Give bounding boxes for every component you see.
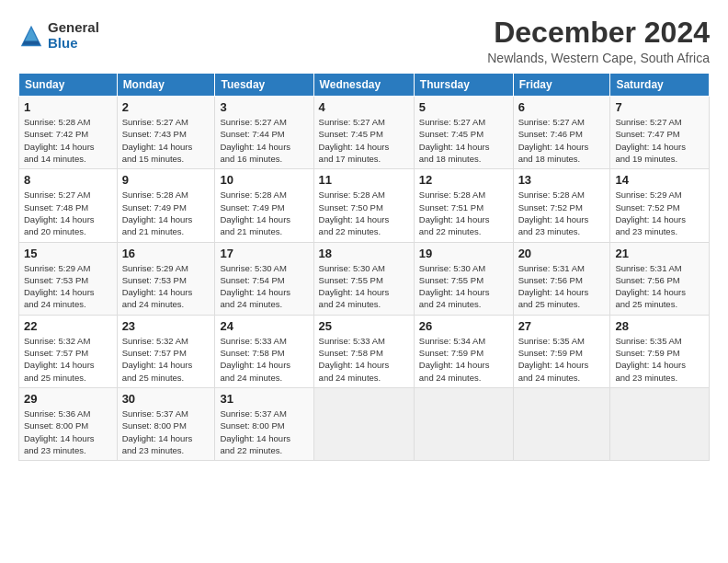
day-number: 6 xyxy=(518,100,606,114)
day-info: Sunrise: 5:28 AMSunset: 7:51 PMDaylight:… xyxy=(419,189,508,237)
day-number: 9 xyxy=(122,173,210,187)
calendar-header-row: Sunday Monday Tuesday Wednesday Thursday… xyxy=(19,74,710,97)
day-number: 20 xyxy=(518,247,606,260)
day-info: Sunrise: 5:27 AMSunset: 7:45 PMDaylight:… xyxy=(319,116,409,165)
title-block: December 2024 Newlands, Western Cape, So… xyxy=(487,17,710,65)
day-number: 3 xyxy=(220,100,308,114)
day-info: Sunrise: 5:27 AMSunset: 7:48 PMDaylight:… xyxy=(24,189,112,237)
calendar-cell: 24Sunrise: 5:33 AMSunset: 7:58 PMDayligh… xyxy=(215,315,313,387)
calendar-cell: 2Sunrise: 5:27 AMSunset: 7:43 PMDaylight… xyxy=(117,97,215,169)
calendar-cell: 6Sunrise: 5:27 AMSunset: 7:46 PMDaylight… xyxy=(513,97,610,169)
day-info: Sunrise: 5:35 AMSunset: 7:59 PMDaylight:… xyxy=(615,335,704,384)
day-info: Sunrise: 5:30 AMSunset: 7:55 PMDaylight:… xyxy=(419,262,508,311)
week-row-4: 22Sunrise: 5:32 AMSunset: 7:57 PMDayligh… xyxy=(19,315,710,387)
week-row-3: 15Sunrise: 5:29 AMSunset: 7:53 PMDayligh… xyxy=(19,242,710,315)
calendar-cell: 9Sunrise: 5:28 AMSunset: 7:49 PMDaylight… xyxy=(117,169,215,242)
calendar-cell: 18Sunrise: 5:30 AMSunset: 7:55 PMDayligh… xyxy=(313,242,414,315)
calendar-cell: 15Sunrise: 5:29 AMSunset: 7:53 PMDayligh… xyxy=(19,242,118,315)
day-number: 23 xyxy=(122,319,210,333)
day-info: Sunrise: 5:27 AMSunset: 7:43 PMDaylight:… xyxy=(122,116,210,165)
col-friday: Friday xyxy=(513,74,610,97)
calendar-cell: 10Sunrise: 5:28 AMSunset: 7:49 PMDayligh… xyxy=(215,169,313,242)
day-info: Sunrise: 5:33 AMSunset: 7:58 PMDaylight:… xyxy=(220,335,308,384)
week-row-1: 1Sunrise: 5:28 AMSunset: 7:42 PMDaylight… xyxy=(19,97,710,169)
col-tuesday: Tuesday xyxy=(215,74,313,97)
day-number: 27 xyxy=(518,319,606,333)
day-info: Sunrise: 5:32 AMSunset: 7:57 PMDaylight:… xyxy=(24,335,112,384)
col-thursday: Thursday xyxy=(414,74,513,97)
logo-icon xyxy=(18,23,44,49)
day-info: Sunrise: 5:31 AMSunset: 7:56 PMDaylight:… xyxy=(518,262,606,311)
day-info: Sunrise: 5:34 AMSunset: 7:59 PMDaylight:… xyxy=(419,335,508,384)
day-info: Sunrise: 5:28 AMSunset: 7:42 PMDaylight:… xyxy=(24,116,112,165)
day-info: Sunrise: 5:30 AMSunset: 7:55 PMDaylight:… xyxy=(319,262,409,311)
day-number: 2 xyxy=(122,100,210,114)
col-monday: Monday xyxy=(117,74,215,97)
day-number: 14 xyxy=(615,173,704,187)
day-info: Sunrise: 5:28 AMSunset: 7:52 PMDaylight:… xyxy=(518,189,606,237)
day-info: Sunrise: 5:37 AMSunset: 8:00 PMDaylight:… xyxy=(122,408,210,456)
calendar-cell: 16Sunrise: 5:29 AMSunset: 7:53 PMDayligh… xyxy=(117,242,215,315)
calendar-cell xyxy=(513,387,610,460)
day-number: 24 xyxy=(220,319,308,333)
day-info: Sunrise: 5:28 AMSunset: 7:49 PMDaylight:… xyxy=(122,189,210,237)
location: Newlands, Western Cape, South Africa xyxy=(487,51,710,65)
logo-general: General xyxy=(48,20,99,36)
day-info: Sunrise: 5:27 AMSunset: 7:46 PMDaylight:… xyxy=(518,116,606,165)
day-info: Sunrise: 5:29 AMSunset: 7:53 PMDaylight:… xyxy=(122,262,210,311)
day-number: 22 xyxy=(24,319,112,333)
day-number: 16 xyxy=(122,247,210,260)
calendar-cell: 29Sunrise: 5:36 AMSunset: 8:00 PMDayligh… xyxy=(19,387,118,460)
day-number: 7 xyxy=(615,100,704,114)
day-number: 30 xyxy=(122,392,210,406)
calendar-cell xyxy=(414,387,513,460)
col-saturday: Saturday xyxy=(610,74,710,97)
calendar-cell: 30Sunrise: 5:37 AMSunset: 8:00 PMDayligh… xyxy=(117,387,215,460)
calendar-cell: 4Sunrise: 5:27 AMSunset: 7:45 PMDaylight… xyxy=(313,97,414,169)
day-number: 5 xyxy=(419,100,508,114)
day-info: Sunrise: 5:37 AMSunset: 8:00 PMDaylight:… xyxy=(220,408,308,456)
week-row-2: 8Sunrise: 5:27 AMSunset: 7:48 PMDaylight… xyxy=(19,169,710,242)
day-number: 26 xyxy=(419,319,508,333)
day-number: 18 xyxy=(319,247,409,260)
calendar-cell: 7Sunrise: 5:27 AMSunset: 7:47 PMDaylight… xyxy=(610,97,710,169)
day-info: Sunrise: 5:33 AMSunset: 7:58 PMDaylight:… xyxy=(319,335,409,384)
calendar-cell xyxy=(610,387,710,460)
day-info: Sunrise: 5:32 AMSunset: 7:57 PMDaylight:… xyxy=(122,335,210,384)
day-number: 25 xyxy=(319,319,409,333)
calendar-table: Sunday Monday Tuesday Wednesday Thursday… xyxy=(18,73,710,461)
calendar-cell: 17Sunrise: 5:30 AMSunset: 7:54 PMDayligh… xyxy=(215,242,313,315)
day-info: Sunrise: 5:31 AMSunset: 7:56 PMDaylight:… xyxy=(615,262,704,311)
calendar-cell: 26Sunrise: 5:34 AMSunset: 7:59 PMDayligh… xyxy=(414,315,513,387)
day-info: Sunrise: 5:29 AMSunset: 7:53 PMDaylight:… xyxy=(24,262,112,311)
calendar-cell: 8Sunrise: 5:27 AMSunset: 7:48 PMDaylight… xyxy=(19,169,118,242)
calendar-cell: 20Sunrise: 5:31 AMSunset: 7:56 PMDayligh… xyxy=(513,242,610,315)
calendar-cell: 11Sunrise: 5:28 AMSunset: 7:50 PMDayligh… xyxy=(313,169,414,242)
calendar-cell: 23Sunrise: 5:32 AMSunset: 7:57 PMDayligh… xyxy=(117,315,215,387)
calendar-cell: 19Sunrise: 5:30 AMSunset: 7:55 PMDayligh… xyxy=(414,242,513,315)
calendar-cell: 5Sunrise: 5:27 AMSunset: 7:45 PMDaylight… xyxy=(414,97,513,169)
day-info: Sunrise: 5:27 AMSunset: 7:47 PMDaylight:… xyxy=(615,116,704,165)
day-info: Sunrise: 5:35 AMSunset: 7:59 PMDaylight:… xyxy=(518,335,606,384)
day-number: 29 xyxy=(24,392,112,406)
day-info: Sunrise: 5:30 AMSunset: 7:54 PMDaylight:… xyxy=(220,262,308,311)
day-number: 21 xyxy=(615,247,704,260)
day-number: 13 xyxy=(518,173,606,187)
col-wednesday: Wednesday xyxy=(313,74,414,97)
logo-blue: Blue xyxy=(48,36,99,52)
week-row-5: 29Sunrise: 5:36 AMSunset: 8:00 PMDayligh… xyxy=(19,387,710,460)
month-title: December 2024 xyxy=(487,17,710,49)
day-number: 17 xyxy=(220,247,308,260)
day-info: Sunrise: 5:27 AMSunset: 7:45 PMDaylight:… xyxy=(419,116,508,165)
calendar-cell: 13Sunrise: 5:28 AMSunset: 7:52 PMDayligh… xyxy=(513,169,610,242)
logo: General Blue xyxy=(18,20,99,51)
day-info: Sunrise: 5:28 AMSunset: 7:49 PMDaylight:… xyxy=(220,189,308,237)
day-number: 12 xyxy=(419,173,508,187)
day-info: Sunrise: 5:29 AMSunset: 7:52 PMDaylight:… xyxy=(615,189,704,237)
calendar-cell xyxy=(313,387,414,460)
calendar-cell: 21Sunrise: 5:31 AMSunset: 7:56 PMDayligh… xyxy=(610,242,710,315)
day-number: 15 xyxy=(24,247,112,260)
calendar-cell: 3Sunrise: 5:27 AMSunset: 7:44 PMDaylight… xyxy=(215,97,313,169)
calendar-cell: 22Sunrise: 5:32 AMSunset: 7:57 PMDayligh… xyxy=(19,315,118,387)
day-number: 10 xyxy=(220,173,308,187)
